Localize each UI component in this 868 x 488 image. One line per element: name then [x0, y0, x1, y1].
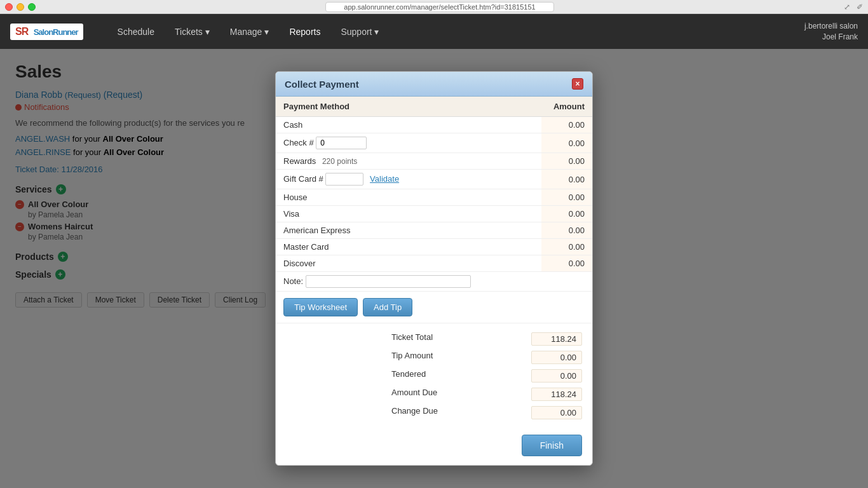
house-label: House	[276, 189, 541, 206]
check-label: Check #	[276, 133, 541, 153]
payment-row-cash: Cash 0.00	[276, 117, 592, 133]
tip-amount-value: 0.00	[531, 351, 582, 364]
tip-amount-label: Tip Amount	[391, 351, 433, 364]
modal-title: Collect Payment	[285, 79, 359, 90]
amount-due-value: 118.24	[531, 388, 582, 401]
logo-box: SR SalonRunner	[10, 24, 83, 40]
ticket-total-label: Ticket Total	[391, 332, 433, 346]
nav-reports[interactable]: Reports	[280, 23, 329, 41]
payment-row-check: Check # 0.00	[276, 133, 592, 153]
nav-schedule[interactable]: Schedule	[109, 23, 163, 41]
tendered-row: Tendered 0.00	[391, 367, 582, 385]
window-close-btn[interactable]	[5, 3, 13, 11]
summary-table: Ticket Total 118.24 Tip Amount 0.00 Tend…	[391, 330, 582, 422]
logo-name: SalonRunner	[34, 27, 78, 37]
amount-due-label: Amount Due	[391, 388, 437, 401]
payment-row-house: House 0.00	[276, 189, 592, 206]
tickets-dropdown-icon: ▾	[205, 27, 210, 37]
amount-header: Amount	[541, 97, 592, 117]
giftcard-amount[interactable]: 0.00	[541, 170, 592, 189]
nav-tickets[interactable]: Tickets ▾	[166, 23, 219, 41]
change-due-value: 0.00	[531, 406, 582, 419]
payment-row-mastercard: Master Card 0.00	[276, 239, 592, 255]
giftcard-label: Gift Card # Validate	[276, 170, 541, 189]
finish-row: Finish	[276, 428, 592, 465]
amex-amount[interactable]: 0.00	[541, 222, 592, 239]
finish-btn[interactable]: Finish	[522, 435, 582, 456]
nav-salon-name: j.bertorelli salon	[804, 21, 858, 32]
payment-row-rewards: Rewards 220 points 0.00	[276, 153, 592, 170]
tip-amount-row: Tip Amount 0.00	[391, 348, 582, 367]
change-due-row: Change Due 0.00	[391, 403, 582, 422]
add-tip-btn[interactable]: Add Tip	[363, 298, 412, 316]
amount-due-row: Amount Due 118.24	[391, 385, 582, 403]
tendered-value: 0.00	[531, 369, 582, 383]
house-amount[interactable]: 0.00	[541, 189, 592, 206]
payment-row-note: Note:	[276, 272, 592, 292]
manage-dropdown-icon: ▾	[264, 27, 269, 37]
discover-amount[interactable]: 0.00	[541, 255, 592, 272]
logo: SR SalonRunner	[10, 24, 83, 40]
mastercard-label: Master Card	[276, 239, 541, 255]
tendered-label: Tendered	[391, 369, 426, 383]
rewards-points: 220 points	[322, 157, 357, 166]
tip-worksheet-btn[interactable]: Tip Worksheet	[283, 298, 358, 316]
url-bar[interactable]: app.salonrunner.com/manager/selectTicket…	[325, 2, 554, 12]
note-label: Note:	[283, 276, 303, 286]
payment-table: Payment Method Amount Cash 0.00	[276, 97, 592, 292]
top-nav: SR SalonRunner Schedule Tickets ▾ Manage…	[0, 14, 868, 49]
support-dropdown-icon: ▾	[374, 27, 379, 37]
discover-label: Discover	[276, 255, 541, 272]
modal-body: Payment Method Amount Cash 0.00	[276, 97, 592, 465]
validate-link[interactable]: Validate	[370, 174, 399, 184]
window-min-btn[interactable]	[17, 3, 24, 11]
payment-method-header: Payment Method	[276, 97, 541, 117]
chrome-icons: ⤢✐	[844, 3, 863, 11]
payment-row-visa: Visa 0.00	[276, 206, 592, 222]
cash-amount[interactable]: 0.00	[541, 117, 592, 133]
nav-manage[interactable]: Manage ▾	[221, 23, 278, 41]
mastercard-amount[interactable]: 0.00	[541, 239, 592, 255]
collect-payment-modal: Collect Payment × Payment Method Amount	[275, 71, 593, 466]
visa-amount[interactable]: 0.00	[541, 206, 592, 222]
payment-row-amex: American Express 0.00	[276, 222, 592, 239]
nav-support[interactable]: Support ▾	[332, 23, 388, 41]
window-chrome: app.salonrunner.com/manager/selectTicket…	[0, 0, 868, 14]
cash-label: Cash	[276, 117, 541, 133]
rewards-amount[interactable]: 0.00	[541, 153, 592, 170]
note-input[interactable]	[306, 275, 471, 288]
nav-user-info: j.bertorelli salon Joel Frank	[804, 21, 858, 43]
summary-section: Ticket Total 118.24 Tip Amount 0.00 Tend…	[276, 323, 592, 428]
payment-row-giftcard: Gift Card # Validate 0.00	[276, 170, 592, 189]
payment-row-discover: Discover 0.00	[276, 255, 592, 272]
rewards-label: Rewards 220 points	[276, 153, 541, 170]
change-due-label: Change Due	[391, 406, 438, 419]
modal-close-btn[interactable]: ×	[572, 78, 583, 90]
check-amount[interactable]: 0.00	[541, 133, 592, 153]
window-max-btn[interactable]	[28, 3, 36, 11]
modal-overlay: Collect Payment × Payment Method Amount	[0, 49, 868, 488]
modal-header: Collect Payment ×	[276, 72, 592, 97]
ticket-total-row: Ticket Total 118.24	[391, 330, 582, 348]
tip-buttons-row: Tip Worksheet Add Tip	[276, 292, 592, 323]
nav-user-name: Joel Frank	[804, 32, 858, 43]
page-content: Sales Diana Robb (Request) (Request) Not…	[0, 49, 868, 488]
logo-sr: SR	[15, 26, 28, 37]
visa-label: Visa	[276, 206, 541, 222]
nav-items: Schedule Tickets ▾ Manage ▾ Reports Supp…	[109, 23, 804, 41]
check-number-input[interactable]	[316, 137, 367, 149]
ticket-total-value: 118.24	[531, 332, 582, 346]
amex-label: American Express	[276, 222, 541, 239]
giftcard-number-input[interactable]	[325, 173, 363, 186]
note-cell: Note:	[276, 272, 592, 292]
